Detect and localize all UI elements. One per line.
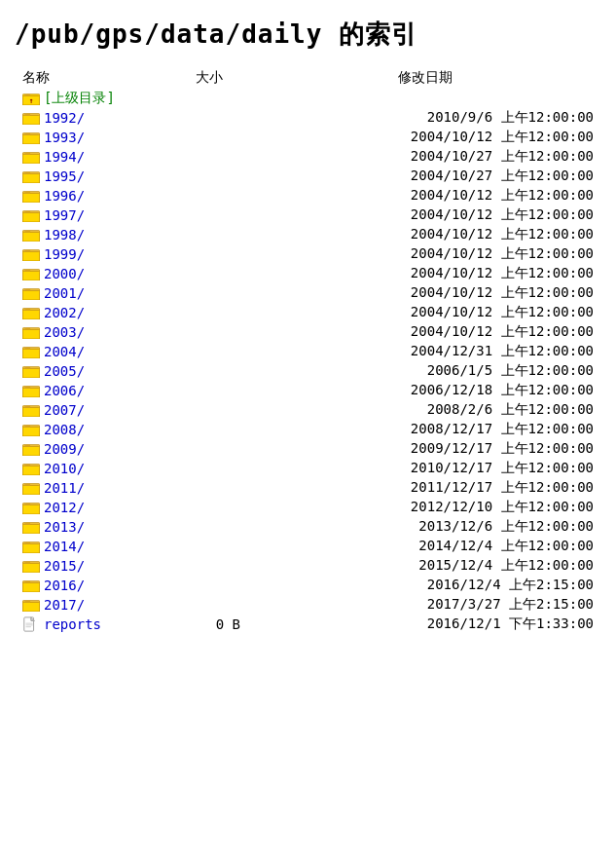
- folder-link[interactable]: 1998/: [44, 227, 85, 242]
- file-link[interactable]: reports: [44, 616, 101, 632]
- svg-rect-65: [22, 504, 40, 514]
- folder-icon: [22, 423, 40, 436]
- folder-link[interactable]: 2008/: [44, 422, 85, 437]
- file-date: 2017/3/27 上午2:15:00: [248, 595, 601, 615]
- file-date: 2004/10/12 上午12:00:00: [248, 244, 601, 264]
- table-row: reports 0 B 2016/12/1 下午1:33:00: [15, 615, 601, 634]
- file-date: 2016/12/1 下午1:33:00: [248, 615, 601, 634]
- file-size: [170, 283, 248, 303]
- folder-link[interactable]: 2016/: [44, 578, 85, 593]
- table-row: 1994/ 2004/10/27 上午12:00:00: [15, 147, 601, 167]
- col-header-name: 名称: [15, 67, 170, 89]
- folder-link[interactable]: 2006/: [44, 383, 85, 398]
- file-date: 2010/12/17 上午12:00:00: [248, 459, 601, 478]
- svg-rect-14: [22, 173, 40, 183]
- file-size: [170, 498, 248, 517]
- file-size: [170, 420, 248, 439]
- file-size: [170, 167, 248, 186]
- folder-link[interactable]: 2012/: [44, 500, 85, 515]
- table-row: 1995/ 2004/10/27 上午12:00:00: [15, 167, 601, 186]
- folder-link[interactable]: 2000/: [44, 266, 85, 281]
- file-date: 2004/10/12 上午12:00:00: [248, 225, 601, 244]
- file-date: 2014/12/4 上午12:00:00: [248, 537, 601, 556]
- svg-rect-50: [22, 407, 40, 417]
- file-size: [170, 537, 248, 556]
- folder-icon: [22, 345, 40, 358]
- folder-link[interactable]: 2002/: [44, 305, 85, 320]
- folder-icon: [22, 403, 40, 417]
- folder-link[interactable]: 1999/: [44, 246, 85, 262]
- folder-link[interactable]: 2009/: [44, 441, 85, 457]
- svg-rect-68: [22, 524, 40, 534]
- svg-rect-26: [22, 251, 40, 261]
- folder-link[interactable]: 2011/: [44, 480, 85, 496]
- svg-rect-77: [22, 582, 40, 592]
- file-date: 2004/10/12 上午12:00:00: [248, 303, 601, 322]
- folder-link[interactable]: 2004/: [44, 344, 85, 359]
- folder-icon: [22, 364, 40, 378]
- file-size: [170, 556, 248, 576]
- file-date: 2004/10/12 上午12:00:00: [248, 128, 601, 147]
- svg-rect-32: [22, 290, 40, 300]
- page-title: /pub/gps/data/daily 的索引: [15, 18, 601, 52]
- folder-link[interactable]: 2014/: [44, 539, 85, 554]
- folder-icon: [22, 501, 40, 514]
- table-row: 2011/ 2011/12/17 上午12:00:00: [15, 478, 601, 498]
- folder-link[interactable]: 1995/: [44, 168, 85, 184]
- table-header: 名称 大小 修改日期: [15, 67, 601, 89]
- table-row: 2002/ 2004/10/12 上午12:00:00: [15, 303, 601, 322]
- file-size: [170, 244, 248, 264]
- file-size: [170, 186, 248, 205]
- folder-link[interactable]: 1992/: [44, 110, 85, 126]
- table-row: 2013/ 2013/12/6 上午12:00:00: [15, 517, 601, 537]
- table-row: 2012/ 2012/12/10 上午12:00:00: [15, 498, 601, 517]
- folder-link[interactable]: 1993/: [44, 130, 85, 145]
- table-row: 1997/ 2004/10/12 上午12:00:00: [15, 205, 601, 225]
- folder-link[interactable]: 1996/: [44, 188, 85, 204]
- svg-rect-17: [22, 193, 40, 203]
- folder-link[interactable]: 2015/: [44, 558, 85, 574]
- svg-rect-56: [22, 446, 40, 456]
- file-size: [170, 303, 248, 322]
- folder-icon: [22, 306, 40, 319]
- folder-link[interactable]: 2017/: [44, 597, 85, 613]
- file-date: 2006/1/5 上午12:00:00: [248, 361, 601, 381]
- file-size: [170, 264, 248, 283]
- file-date: 2009/12/17 上午12:00:00: [248, 439, 601, 459]
- file-date: 2004/12/31 上午12:00:00: [248, 342, 601, 361]
- svg-rect-71: [22, 543, 40, 553]
- folder-link[interactable]: 2001/: [44, 285, 85, 301]
- file-date: 2004/10/12 上午12:00:00: [248, 264, 601, 283]
- folder-icon: [22, 462, 40, 475]
- folder-icon: [22, 150, 40, 164]
- table-row: 2016/ 2016/12/4 上午2:15:00: [15, 576, 601, 595]
- svg-rect-53: [22, 427, 40, 436]
- folder-icon: [22, 267, 40, 280]
- file-date: 2004/10/27 上午12:00:00: [248, 147, 601, 167]
- file-size: [170, 400, 248, 420]
- folder-icon: [22, 169, 40, 183]
- folder-link[interactable]: 2005/: [44, 363, 85, 379]
- parent-dir-link[interactable]: [上级目录]: [44, 90, 115, 107]
- folder-icon: [22, 559, 40, 573]
- folder-icon: [22, 384, 40, 397]
- folder-link[interactable]: 2010/: [44, 461, 85, 476]
- svg-rect-41: [22, 349, 40, 358]
- folder-link[interactable]: 1994/: [44, 149, 85, 165]
- folder-link[interactable]: 2003/: [44, 324, 85, 340]
- table-row: 2017/ 2017/3/27 上午2:15:00: [15, 595, 601, 615]
- file-size: [170, 517, 248, 537]
- table-row: 2004/ 2004/12/31 上午12:00:00: [15, 342, 601, 361]
- folder-icon: [22, 520, 40, 534]
- file-size: [170, 381, 248, 400]
- folder-icon: [22, 189, 40, 203]
- svg-rect-74: [22, 563, 40, 573]
- table-row: 1992/ 2010/9/6 上午12:00:00: [15, 108, 601, 128]
- table-row: 2005/ 2006/1/5 上午12:00:00: [15, 361, 601, 381]
- folder-link[interactable]: 2007/: [44, 402, 85, 418]
- folder-link[interactable]: 2013/: [44, 519, 85, 535]
- folder-link[interactable]: 1997/: [44, 207, 85, 223]
- table-row: 1998/ 2004/10/12 上午12:00:00: [15, 225, 601, 244]
- file-size: [170, 108, 248, 128]
- file-size: 0 B: [170, 615, 248, 634]
